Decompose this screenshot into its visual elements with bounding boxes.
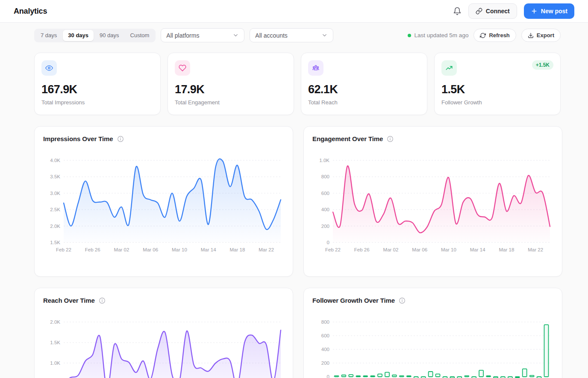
stats-row: 167.9K Total Impressions 17.9K Total Eng…	[34, 53, 561, 115]
svg-text:Mar 22: Mar 22	[528, 247, 543, 252]
page-title: Analytics	[14, 7, 47, 16]
chart-card-reach: Reach Over Time 2.0K1.5K1.0K500	[34, 288, 293, 378]
svg-text:Feb 26: Feb 26	[85, 247, 100, 252]
svg-text:2.0K: 2.0K	[50, 224, 60, 229]
platforms-select[interactable]: All platforms	[161, 28, 244, 42]
chart-card-engagement: Engagement Over Time 1.0K8006004002000Fe…	[303, 126, 562, 277]
chart-title: Engagement Over Time	[312, 135, 383, 142]
svg-text:1.0K: 1.0K	[50, 360, 60, 366]
svg-text:3.0K: 3.0K	[50, 191, 60, 196]
chevron-down-icon	[232, 32, 239, 38]
charts-grid: Impressions Over Time 4.0K3.5K3.0K2.5K2.…	[34, 126, 561, 378]
svg-text:Mar 22: Mar 22	[259, 247, 274, 252]
impressions-line-chart: 4.0K3.5K3.0K2.5K2.0K1.5KFeb 22Feb 26Mar …	[43, 157, 284, 259]
svg-text:Feb 22: Feb 22	[325, 247, 341, 252]
plus-icon	[531, 8, 538, 15]
growth-badge: +1.5K	[532, 60, 553, 70]
range-30-days[interactable]: 30 days	[63, 30, 94, 41]
accounts-select-value: All accounts	[255, 32, 287, 39]
download-icon	[528, 32, 534, 38]
stat-card-impressions: 167.9K Total Impressions	[34, 53, 161, 115]
info-icon[interactable]	[117, 136, 124, 142]
svg-text:Feb 26: Feb 26	[354, 247, 370, 252]
svg-text:600: 600	[321, 191, 329, 196]
top-bar: Analytics Connect Ne	[0, 0, 588, 23]
follower-growth-bar-chart: 8006004002000	[312, 318, 553, 378]
engagement-line-chart: 1.0K8006004002000Feb 22Feb 26Mar 02Mar 0…	[312, 157, 553, 259]
users-icon	[308, 60, 323, 76]
svg-text:Mar 06: Mar 06	[412, 247, 427, 252]
stat-value: 167.9K	[41, 83, 153, 96]
svg-text:Feb 22: Feb 22	[56, 247, 71, 252]
refresh-icon	[480, 32, 486, 38]
refresh-button[interactable]: Refresh	[473, 29, 516, 42]
online-status-dot	[408, 34, 411, 37]
last-updated-status: Last updated 5m ago	[408, 32, 469, 38]
svg-text:Mar 10: Mar 10	[441, 247, 456, 252]
svg-text:400: 400	[321, 207, 329, 212]
chart-title: Reach Over Time	[43, 297, 95, 304]
chevron-down-icon	[321, 32, 328, 38]
svg-text:0: 0	[327, 374, 329, 378]
stat-label: Total Impressions	[41, 99, 153, 106]
range-7-days[interactable]: 7 days	[35, 30, 62, 41]
last-updated-text: Last updated 5m ago	[415, 32, 469, 38]
svg-text:1.5K: 1.5K	[50, 240, 60, 245]
svg-text:800: 800	[321, 319, 329, 325]
svg-text:2.0K: 2.0K	[50, 319, 60, 325]
info-icon[interactable]	[99, 297, 106, 304]
chart-title: Impressions Over Time	[43, 135, 113, 142]
svg-text:Mar 18: Mar 18	[230, 247, 245, 252]
connect-button-label: Connect	[486, 8, 510, 15]
connect-button[interactable]: Connect	[468, 3, 517, 19]
svg-text:200: 200	[321, 360, 329, 366]
new-post-button-label: New post	[541, 8, 567, 15]
chart-title: Follower Growth Over Time	[312, 297, 395, 304]
range-custom[interactable]: Custom	[125, 30, 155, 41]
svg-text:3.5K: 3.5K	[50, 174, 60, 179]
svg-text:Mar 14: Mar 14	[201, 247, 216, 252]
stat-value: 1.5K	[441, 83, 553, 96]
export-button[interactable]: Export	[521, 29, 561, 42]
notifications-button[interactable]	[453, 7, 462, 15]
stat-value: 17.9K	[175, 83, 287, 96]
export-button-label: Export	[537, 32, 554, 38]
svg-text:Mar 14: Mar 14	[470, 247, 485, 252]
chart-card-impressions: Impressions Over Time 4.0K3.5K3.0K2.5K2.…	[34, 126, 293, 277]
stat-label: Total Engagement	[175, 99, 287, 106]
info-icon[interactable]	[399, 297, 406, 304]
svg-text:1.5K: 1.5K	[50, 340, 60, 345]
accounts-select[interactable]: All accounts	[250, 28, 333, 42]
trending-up-icon	[441, 60, 457, 76]
new-post-button[interactable]: New post	[524, 3, 574, 19]
svg-text:2.5K: 2.5K	[50, 207, 60, 212]
svg-text:Mar 18: Mar 18	[499, 247, 514, 252]
stat-card-reach: 62.1K Total Reach	[301, 53, 427, 115]
stat-label: Total Reach	[308, 99, 420, 106]
chart-card-follower-growth: Follower Growth Over Time 8006004002000	[303, 288, 562, 378]
stat-card-engagement: 17.9K Total Engagement	[168, 53, 294, 115]
svg-text:400: 400	[321, 347, 329, 352]
svg-text:600: 600	[321, 333, 329, 338]
stat-label: Follower Growth	[441, 99, 553, 106]
eye-icon	[41, 60, 57, 76]
info-icon[interactable]	[387, 136, 394, 142]
date-range-segmented-control: 7 days 30 days 90 days Custom	[34, 29, 156, 42]
stat-card-follower-growth: +1.5K 1.5K Follower Growth	[434, 53, 561, 115]
svg-text:4.0K: 4.0K	[50, 158, 60, 163]
svg-text:Mar 10: Mar 10	[172, 247, 187, 252]
svg-text:Mar 02: Mar 02	[383, 247, 399, 252]
refresh-button-label: Refresh	[489, 32, 509, 38]
svg-text:200: 200	[321, 224, 329, 229]
platforms-select-value: All platforms	[166, 32, 199, 39]
svg-text:Mar 06: Mar 06	[143, 247, 158, 252]
stat-value: 62.1K	[308, 83, 420, 96]
link-icon	[476, 8, 482, 15]
heart-icon	[175, 60, 190, 76]
reach-line-chart: 2.0K1.5K1.0K500	[43, 318, 284, 378]
svg-text:800: 800	[321, 174, 329, 179]
svg-text:Mar 02: Mar 02	[114, 247, 129, 252]
svg-text:1.0K: 1.0K	[319, 158, 329, 163]
filter-bar: 7 days 30 days 90 days Custom All platfo…	[34, 28, 561, 42]
range-90-days[interactable]: 90 days	[94, 30, 124, 41]
